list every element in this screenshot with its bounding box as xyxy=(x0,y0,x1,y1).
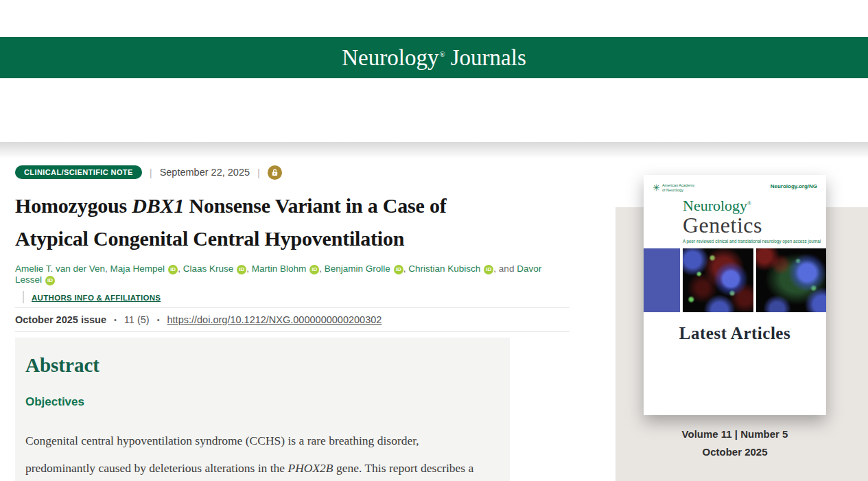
article-main: CLINICAL/SCIENTIFIC NOTE | September 22,… xyxy=(15,165,570,481)
orcid-icon[interactable]: iD xyxy=(394,265,403,274)
issue-info: Volume 11 | Number 5 October 2025 xyxy=(644,428,826,458)
journal-cover-link[interactable]: ✳ American Academy of Neurology Neurolog… xyxy=(644,175,826,415)
author-separator: , xyxy=(246,263,252,274)
author-separator: , xyxy=(105,263,110,274)
orcid-icon[interactable]: iD xyxy=(309,265,319,274)
page: Neurology®Journals CLINICAL/SCIENTIFIC N… xyxy=(0,0,868,481)
author-link[interactable]: Maja Hempel xyxy=(110,263,165,274)
authors-info-link[interactable]: AUTHORS INFO & AFFILIATIONS xyxy=(32,294,161,302)
article-title-line: Atypical Congenital Central Hypoventilat… xyxy=(15,222,570,255)
aan-logo-text: American Academy of Neurology xyxy=(662,183,694,193)
cover-tagline: A peer-reviewed clinical and translation… xyxy=(683,239,826,244)
authors-info-row: AUTHORS INFO & AFFILIATIONS xyxy=(23,291,570,303)
cover-top-row: ✳ American Academy of Neurology Neurolog… xyxy=(644,175,826,193)
author-link[interactable]: Christian Kubisch xyxy=(408,263,480,274)
doi-link[interactable]: https://doi.org/10.1212/NXG.000000000020… xyxy=(167,314,382,325)
bullet-separator: • xyxy=(114,316,117,324)
registered-mark: ® xyxy=(747,200,751,207)
orcid-icon[interactable]: iD xyxy=(168,265,178,274)
author-list: Amelie T. van der Ven, Maja HempeliD, Cl… xyxy=(15,263,570,285)
article-type-badge[interactable]: CLINICAL/SCIENTIFIC NOTE xyxy=(15,165,142,179)
article-title-line: Homozygous DBX1 Nonsense Variant in a Ca… xyxy=(15,189,570,222)
author-separator: , and xyxy=(493,263,517,274)
aan-logo: ✳ American Academy of Neurology xyxy=(653,183,694,193)
issue-label: October 2025 issue xyxy=(15,314,106,325)
author-separator: , xyxy=(319,263,325,274)
abstract-heading: Abstract xyxy=(25,354,500,377)
cover-title-block: Neurology® Genetics A peer-reviewed clin… xyxy=(683,198,826,244)
orcid-icon[interactable]: iD xyxy=(237,265,246,274)
separator: | xyxy=(150,167,152,178)
orcid-icon[interactable]: iD xyxy=(484,265,493,274)
abstract-body: Congenital central hypoventilation syndr… xyxy=(25,427,492,481)
cover-heading: Latest Articles xyxy=(644,324,826,343)
sidebar-volume-line: Volume 11 | Number 5 xyxy=(644,428,826,440)
brand-suffix: Journals xyxy=(451,45,526,70)
sidebar-date-line: October 2025 xyxy=(644,446,826,458)
orcid-icon[interactable]: iD xyxy=(45,276,55,285)
cover-journal-subname: Genetics xyxy=(683,213,826,237)
author-link[interactable]: Benjamin Grolle xyxy=(325,263,390,274)
issue-sidebar: ✳ American Academy of Neurology Neurolog… xyxy=(615,207,868,481)
volume-issue: 11 (5) xyxy=(124,314,150,325)
brand-name: Neurology xyxy=(342,45,438,70)
registered-mark: ® xyxy=(439,50,445,58)
author-link[interactable]: Martin Blohm xyxy=(252,263,307,274)
author-link[interactable]: Claas Kruse xyxy=(183,263,234,274)
cover-site-link: Neurology.org/NG xyxy=(771,183,817,189)
content-top-shadow xyxy=(0,142,868,159)
abstract-subheading: Objectives xyxy=(25,395,500,409)
author-separator: , xyxy=(178,263,183,274)
article-title: Homozygous DBX1 Nonsense Variant in a Ca… xyxy=(15,189,570,255)
article-meta-row: CLINICAL/SCIENTIFIC NOTE | September 22,… xyxy=(15,165,570,180)
open-access-icon xyxy=(268,165,282,180)
site-logo[interactable]: Neurology®Journals xyxy=(342,45,526,71)
cover-image-strip xyxy=(644,248,826,312)
cover-journal-name: Neurology® xyxy=(683,198,826,213)
site-header: Neurology®Journals xyxy=(0,37,868,78)
cover-microscopy-image-1 xyxy=(683,248,753,312)
bullet-separator: • xyxy=(157,316,160,324)
issue-row: October 2025 issue • 11 (5) • https://do… xyxy=(15,307,570,332)
abstract-section: Abstract Objectives Congenital central h… xyxy=(15,338,510,481)
author-link[interactable]: Amelie T. van der Ven xyxy=(15,263,105,274)
separator: | xyxy=(257,167,260,178)
publish-date: September 22, 2025 xyxy=(160,167,250,178)
cover-microscopy-image-2 xyxy=(756,248,827,312)
cover-blue-panel xyxy=(644,248,680,312)
aan-star-icon: ✳ xyxy=(653,183,660,192)
